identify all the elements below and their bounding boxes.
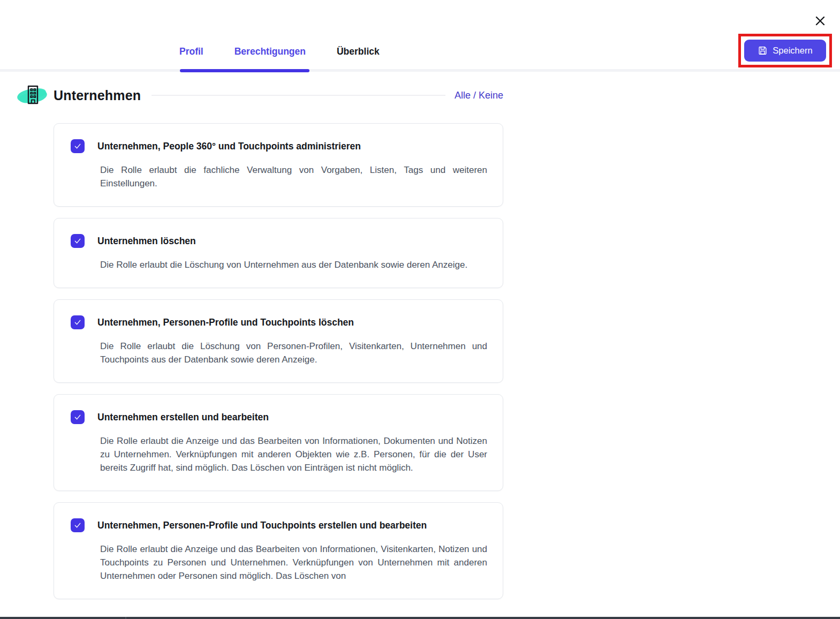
permission-description: Die Rolle erlaubt die Löschung von Perso… [100, 339, 487, 366]
permission-checkbox[interactable] [71, 139, 85, 153]
permission-checkbox[interactable] [71, 410, 85, 424]
checkmark-icon [73, 142, 82, 150]
building-icon [16, 82, 49, 109]
checkmark-icon [73, 521, 82, 530]
permission-card: Unternehmen löschen Die Rolle erlaubt di… [54, 218, 503, 288]
permission-card: Unternehmen erstellen und bearbeiten Die… [54, 394, 503, 491]
tab-berechtigungen[interactable]: Berechtigungen [234, 44, 306, 59]
permissions-list: Unternehmen, People 360° und Touchpoints… [54, 123, 503, 599]
section-title: Unternehmen [54, 88, 141, 103]
permission-card: Unternehmen, People 360° und Touchpoints… [54, 123, 503, 207]
permission-title: Unternehmen erstellen und bearbeiten [97, 412, 269, 423]
permission-card: Unternehmen, Personen-Profile und Touchp… [54, 502, 503, 599]
annotation-highlight-box: Speichern [738, 34, 832, 67]
section-divider [152, 95, 445, 96]
tab-bar: Profil Berechtigungen Überblick [179, 44, 380, 59]
permission-title: Unternehmen löschen [97, 236, 196, 247]
permission-title: Unternehmen, People 360° und Touchpoints… [97, 141, 361, 152]
permission-card: Unternehmen, Personen-Profile und Touchp… [54, 299, 503, 383]
permission-description: Die Rolle erlaubt die Löschung von Unter… [100, 258, 487, 271]
checkmark-icon [73, 413, 82, 421]
section-header: Unternehmen Alle / Keine [16, 81, 503, 109]
save-button-label: Speichern [773, 46, 812, 56]
permission-title: Unternehmen, Personen-Profile und Touchp… [97, 317, 354, 328]
close-icon [814, 15, 826, 28]
permission-checkbox[interactable] [71, 315, 85, 329]
checkmark-icon [73, 318, 82, 327]
permission-description: Die Rolle erlaubt die fachliche Verwaltu… [100, 163, 487, 190]
close-button[interactable] [812, 13, 829, 30]
permission-checkbox[interactable] [71, 518, 85, 532]
permission-title: Unternehmen, Personen-Profile und Touchp… [97, 520, 427, 531]
bottom-edge-bar [0, 617, 840, 619]
permission-checkbox[interactable] [71, 234, 85, 248]
floppy-disk-icon [758, 46, 768, 56]
checkmark-icon [73, 237, 82, 245]
select-all-none-link[interactable]: Alle / Keine [455, 90, 503, 101]
tab-track [0, 69, 840, 72]
permission-description: Die Rolle erlaubt die Anzeige und das Be… [100, 542, 487, 583]
permission-description: Die Rolle erlaubt die Anzeige und das Be… [100, 434, 487, 474]
active-tab-indicator [180, 69, 309, 72]
tab-profil[interactable]: Profil [179, 44, 203, 59]
tab--berblick[interactable]: Überblick [337, 44, 380, 59]
save-button[interactable]: Speichern [744, 40, 826, 62]
